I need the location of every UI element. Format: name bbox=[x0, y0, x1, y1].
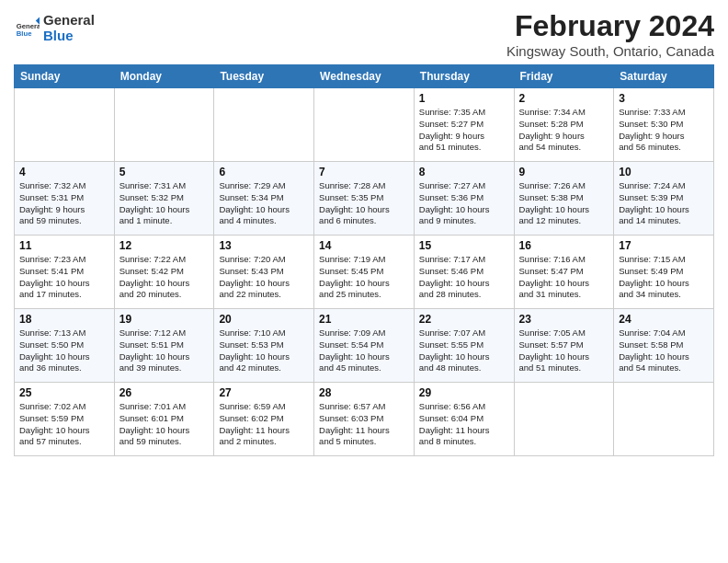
day-cell: 24Sunrise: 7:04 AM Sunset: 5:58 PM Dayli… bbox=[614, 309, 714, 383]
day-info: Sunrise: 7:09 AM Sunset: 5:54 PM Dayligh… bbox=[319, 327, 409, 374]
day-cell: 18Sunrise: 7:13 AM Sunset: 5:50 PM Dayli… bbox=[15, 309, 115, 383]
day-info: Sunrise: 6:57 AM Sunset: 6:03 PM Dayligh… bbox=[319, 401, 409, 448]
day-number: 17 bbox=[619, 239, 709, 252]
day-number: 10 bbox=[619, 166, 709, 178]
day-cell: 14Sunrise: 7:19 AM Sunset: 5:45 PM Dayli… bbox=[314, 236, 415, 309]
week-row-1: 1Sunrise: 7:35 AM Sunset: 5:27 PM Daylig… bbox=[15, 88, 714, 162]
day-info: Sunrise: 7:10 AM Sunset: 5:53 PM Dayligh… bbox=[219, 327, 309, 374]
day-number: 25 bbox=[19, 386, 109, 399]
day-cell: 8Sunrise: 7:27 AM Sunset: 5:36 PM Daylig… bbox=[414, 162, 514, 236]
day-info: Sunrise: 7:16 AM Sunset: 5:47 PM Dayligh… bbox=[519, 254, 609, 301]
col-header-thursday: Thursday bbox=[414, 65, 514, 88]
day-number: 11 bbox=[19, 239, 109, 252]
column-headers: SundayMondayTuesdayWednesdayThursdayFrid… bbox=[15, 65, 714, 88]
day-cell: 19Sunrise: 7:12 AM Sunset: 5:51 PM Dayli… bbox=[114, 309, 214, 383]
day-cell: 1Sunrise: 7:35 AM Sunset: 5:27 PM Daylig… bbox=[414, 88, 514, 162]
svg-text:General: General bbox=[17, 22, 40, 30]
day-info: Sunrise: 7:19 AM Sunset: 5:45 PM Dayligh… bbox=[319, 254, 409, 301]
header: General Blue General Blue February 2024 … bbox=[14, 9, 714, 59]
week-row-5: 25Sunrise: 7:02 AM Sunset: 5:59 PM Dayli… bbox=[15, 383, 714, 456]
day-cell bbox=[614, 383, 714, 456]
day-cell: 9Sunrise: 7:26 AM Sunset: 5:38 PM Daylig… bbox=[514, 162, 614, 236]
day-number: 22 bbox=[419, 313, 509, 326]
day-number: 14 bbox=[319, 239, 409, 252]
day-number: 26 bbox=[119, 386, 210, 399]
day-number: 7 bbox=[319, 166, 409, 178]
day-cell: 4Sunrise: 7:32 AM Sunset: 5:31 PM Daylig… bbox=[15, 162, 115, 236]
month-title: February 2024 bbox=[506, 9, 714, 43]
day-cell: 2Sunrise: 7:34 AM Sunset: 5:28 PM Daylig… bbox=[514, 88, 614, 162]
day-info: Sunrise: 7:12 AM Sunset: 5:51 PM Dayligh… bbox=[119, 327, 210, 374]
day-cell: 16Sunrise: 7:16 AM Sunset: 5:47 PM Dayli… bbox=[514, 236, 614, 309]
day-info: Sunrise: 7:05 AM Sunset: 5:57 PM Dayligh… bbox=[519, 327, 609, 374]
day-cell: 6Sunrise: 7:29 AM Sunset: 5:34 PM Daylig… bbox=[214, 162, 314, 236]
day-info: Sunrise: 7:20 AM Sunset: 5:43 PM Dayligh… bbox=[219, 254, 309, 301]
logo-general: General bbox=[43, 13, 95, 29]
col-header-wednesday: Wednesday bbox=[314, 65, 415, 88]
day-cell: 7Sunrise: 7:28 AM Sunset: 5:35 PM Daylig… bbox=[314, 162, 415, 236]
day-cell: 12Sunrise: 7:22 AM Sunset: 5:42 PM Dayli… bbox=[114, 236, 214, 309]
day-number: 6 bbox=[219, 166, 309, 178]
day-info: Sunrise: 7:31 AM Sunset: 5:32 PM Dayligh… bbox=[119, 180, 210, 227]
week-row-2: 4Sunrise: 7:32 AM Sunset: 5:31 PM Daylig… bbox=[15, 162, 714, 236]
day-info: Sunrise: 7:17 AM Sunset: 5:46 PM Dayligh… bbox=[419, 254, 509, 301]
day-info: Sunrise: 7:02 AM Sunset: 5:59 PM Dayligh… bbox=[19, 401, 109, 448]
day-info: Sunrise: 6:59 AM Sunset: 6:02 PM Dayligh… bbox=[219, 401, 309, 448]
day-info: Sunrise: 7:26 AM Sunset: 5:38 PM Dayligh… bbox=[519, 180, 609, 227]
col-header-saturday: Saturday bbox=[614, 65, 714, 88]
day-number: 9 bbox=[519, 166, 609, 178]
col-header-friday: Friday bbox=[514, 65, 614, 88]
day-cell: 25Sunrise: 7:02 AM Sunset: 5:59 PM Dayli… bbox=[15, 383, 115, 456]
logo-icon: General Blue bbox=[14, 16, 40, 41]
day-cell bbox=[15, 88, 115, 162]
day-cell: 15Sunrise: 7:17 AM Sunset: 5:46 PM Dayli… bbox=[414, 236, 514, 309]
day-cell: 28Sunrise: 6:57 AM Sunset: 6:03 PM Dayli… bbox=[314, 383, 415, 456]
day-cell: 23Sunrise: 7:05 AM Sunset: 5:57 PM Dayli… bbox=[514, 309, 614, 383]
day-info: Sunrise: 7:07 AM Sunset: 5:55 PM Dayligh… bbox=[419, 327, 509, 374]
day-cell: 29Sunrise: 6:56 AM Sunset: 6:04 PM Dayli… bbox=[414, 383, 514, 456]
week-row-3: 11Sunrise: 7:23 AM Sunset: 5:41 PM Dayli… bbox=[15, 236, 714, 309]
logo-blue: Blue bbox=[43, 29, 95, 44]
day-info: Sunrise: 7:15 AM Sunset: 5:49 PM Dayligh… bbox=[619, 254, 709, 301]
day-number: 28 bbox=[319, 386, 409, 399]
col-header-tuesday: Tuesday bbox=[214, 65, 314, 88]
day-info: Sunrise: 7:33 AM Sunset: 5:30 PM Dayligh… bbox=[619, 107, 709, 154]
location-subtitle: Kingsway South, Ontario, Canada bbox=[506, 43, 714, 59]
day-cell: 22Sunrise: 7:07 AM Sunset: 5:55 PM Dayli… bbox=[414, 309, 514, 383]
day-number: 24 bbox=[619, 313, 709, 326]
day-cell bbox=[314, 88, 415, 162]
title-area: February 2024 Kingsway South, Ontario, C… bbox=[506, 9, 714, 59]
day-cell bbox=[114, 88, 214, 162]
logo: General Blue General Blue bbox=[14, 13, 95, 43]
day-cell: 5Sunrise: 7:31 AM Sunset: 5:32 PM Daylig… bbox=[114, 162, 214, 236]
col-header-monday: Monday bbox=[114, 65, 214, 88]
col-header-sunday: Sunday bbox=[15, 65, 115, 88]
day-cell: 11Sunrise: 7:23 AM Sunset: 5:41 PM Dayli… bbox=[15, 236, 115, 309]
day-number: 2 bbox=[519, 92, 609, 105]
day-info: Sunrise: 7:28 AM Sunset: 5:35 PM Dayligh… bbox=[319, 180, 409, 227]
day-info: Sunrise: 7:01 AM Sunset: 6:01 PM Dayligh… bbox=[119, 401, 210, 448]
day-info: Sunrise: 7:23 AM Sunset: 5:41 PM Dayligh… bbox=[19, 254, 109, 301]
day-cell bbox=[514, 383, 614, 456]
day-number: 5 bbox=[119, 166, 210, 178]
day-number: 12 bbox=[119, 239, 210, 252]
day-number: 29 bbox=[419, 386, 509, 399]
day-number: 3 bbox=[619, 92, 709, 105]
day-cell: 13Sunrise: 7:20 AM Sunset: 5:43 PM Dayli… bbox=[214, 236, 314, 309]
day-number: 27 bbox=[219, 386, 309, 399]
day-number: 21 bbox=[319, 313, 409, 326]
day-info: Sunrise: 7:29 AM Sunset: 5:34 PM Dayligh… bbox=[219, 180, 309, 227]
day-info: Sunrise: 7:04 AM Sunset: 5:58 PM Dayligh… bbox=[619, 327, 709, 374]
day-number: 13 bbox=[219, 239, 309, 252]
day-cell: 10Sunrise: 7:24 AM Sunset: 5:39 PM Dayli… bbox=[614, 162, 714, 236]
day-info: Sunrise: 7:32 AM Sunset: 5:31 PM Dayligh… bbox=[19, 180, 109, 227]
day-info: Sunrise: 7:22 AM Sunset: 5:42 PM Dayligh… bbox=[119, 254, 210, 301]
day-number: 20 bbox=[219, 313, 309, 326]
day-cell: 26Sunrise: 7:01 AM Sunset: 6:01 PM Dayli… bbox=[114, 383, 214, 456]
day-number: 8 bbox=[419, 166, 509, 178]
day-info: Sunrise: 7:34 AM Sunset: 5:28 PM Dayligh… bbox=[519, 107, 609, 154]
day-info: Sunrise: 7:13 AM Sunset: 5:50 PM Dayligh… bbox=[19, 327, 109, 374]
day-number: 23 bbox=[519, 313, 609, 326]
day-info: Sunrise: 7:27 AM Sunset: 5:36 PM Dayligh… bbox=[419, 180, 509, 227]
day-number: 19 bbox=[119, 313, 210, 326]
